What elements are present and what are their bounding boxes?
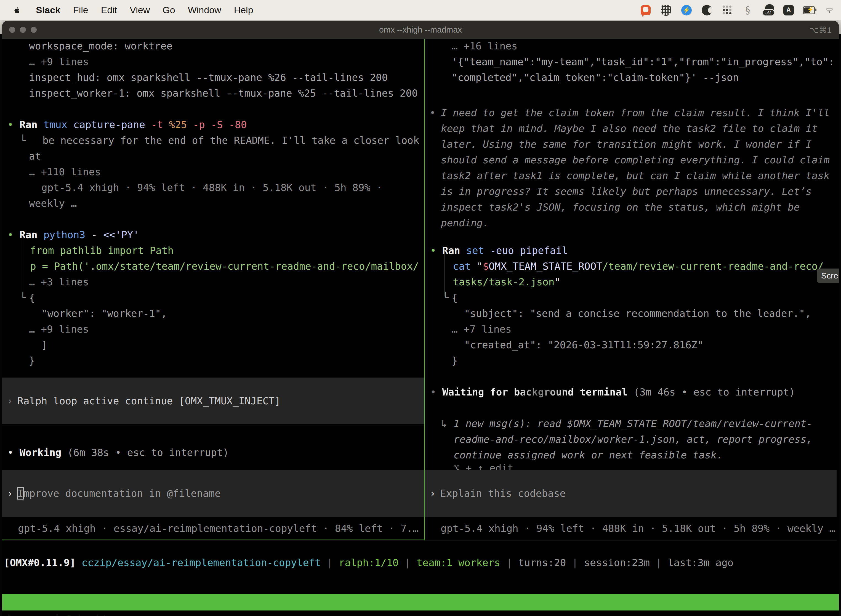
- command-flags: -p -S -80: [193, 119, 247, 130]
- output-line: weekly …: [29, 195, 77, 211]
- menu-window[interactable]: Window: [188, 5, 221, 15]
- bullet-icon: •: [429, 105, 436, 120]
- omx-session-time: session:23m: [584, 557, 649, 568]
- menu-view[interactable]: View: [130, 5, 150, 15]
- menu-help[interactable]: Help: [234, 5, 253, 15]
- menu-edit[interactable]: Edit: [101, 5, 117, 15]
- menu-file[interactable]: File: [73, 5, 88, 15]
- command-program: set: [466, 245, 490, 256]
- log-line: workspace_mode: worktree: [29, 38, 173, 54]
- chat-input-left[interactable]: › Improve documentation in @filename: [2, 470, 424, 517]
- ran-label: Ran: [20, 119, 44, 130]
- output-line: at: [29, 148, 41, 164]
- working-meta: (6m 38s • esc to interrupt): [67, 447, 229, 458]
- collapsed-lines-indicator[interactable]: … +9 lines: [29, 321, 89, 337]
- menu-bar: Slack File Edit View Go Window Help ⚡ § …: [0, 0, 841, 20]
- prompt-chevron-icon: ›: [7, 485, 13, 501]
- thinking-line: task2 after task1 is complete, but can I…: [441, 168, 830, 183]
- screen: Slack File Edit View Go Window Help ⚡ § …: [0, 0, 841, 616]
- collapsed-lines-indicator[interactable]: … +9 lines: [29, 54, 89, 70]
- mailbox-arrow-icon: ↳: [441, 416, 447, 431]
- bullet-icon: •: [430, 386, 436, 398]
- pane-divider[interactable]: [424, 39, 425, 540]
- chat-app-icon[interactable]: [640, 4, 652, 16]
- input-placeholder[interactable]: Improve documentation in @filename: [18, 485, 221, 501]
- log-line: inspect_hud: omx sparkshell --tmux-pane …: [29, 70, 388, 85]
- omx-turns: turns:20: [518, 557, 566, 568]
- shield-grid-icon[interactable]: [660, 4, 672, 16]
- apple-icon[interactable]: [11, 4, 23, 16]
- log-line: "completed","claim_token":"claim-token"}…: [452, 70, 738, 85]
- keyboard-a-icon[interactable]: A: [782, 4, 795, 16]
- output-brace: {: [29, 290, 35, 305]
- battery-icon[interactable]: ⚡: [803, 4, 815, 16]
- window-title: omx --xhigh --madmax: [379, 25, 462, 35]
- terminal-window: omx --xhigh --madmax ⌥⌘1 workspace_mode:…: [2, 21, 839, 616]
- path-segment: /team/review-current-readme-and-reco/: [602, 261, 823, 272]
- waiting-status: •Waiting for background terminal (3m 46s…: [430, 384, 795, 400]
- output-line: gpt-5.4 xhigh · 94% left · 488K in · 5.1…: [41, 180, 382, 195]
- command-subcommand: capture-pane: [73, 119, 151, 130]
- window-title-bar[interactable]: omx --xhigh --madmax ⌥⌘1: [2, 21, 839, 39]
- minimize-button[interactable]: [20, 27, 26, 33]
- command-dash: -: [91, 229, 103, 241]
- command-output-guide-line: [22, 233, 22, 297]
- left-pane-border: [2, 540, 425, 540]
- inject-message-bar[interactable]: › Ralph loop active continue [OMX_TMUX_I…: [2, 378, 424, 424]
- collapsed-lines-indicator[interactable]: … +110 lines: [29, 164, 101, 180]
- badge-61-icon[interactable]: ..61: [762, 4, 774, 16]
- tmux-session-window[interactable]: [omx-cczip0:bash*: [6, 610, 108, 616]
- command-flag: -t: [151, 119, 169, 130]
- thinking-line: pending.: [441, 215, 489, 231]
- prompt-chevron-icon: ›: [7, 393, 13, 409]
- collapsed-lines-indicator[interactable]: … +3 lines: [29, 274, 89, 290]
- omx-team-workers: team:1 workers: [417, 557, 500, 568]
- waiting-meta: (3m 46s • esc to interrupt): [633, 386, 795, 398]
- chat-input-right[interactable]: › Explain this codebase: [425, 470, 837, 517]
- log-line: inspect_worker-1: omx sparkshell --tmux-…: [29, 85, 418, 101]
- wifi-icon[interactable]: [823, 4, 835, 16]
- bullet-icon: •: [7, 447, 13, 458]
- output-line: "subject": "send a concise recommendatio…: [464, 305, 811, 321]
- omx-project: cczip/essay/ai-reimplementation-copyleft: [82, 557, 321, 568]
- zoom-button[interactable]: [31, 27, 37, 33]
- thinking-line: should send a message before completing …: [441, 152, 830, 168]
- output-corner: └: [20, 290, 26, 305]
- menu-go[interactable]: Go: [163, 5, 175, 15]
- dots-grid-icon[interactable]: [721, 4, 733, 16]
- input-placeholder[interactable]: Explain this codebase: [440, 485, 566, 501]
- bullet-icon: •: [7, 119, 13, 130]
- dollar-sign: $: [483, 261, 489, 272]
- text-cursor: I: [18, 488, 23, 499]
- close-button[interactable]: [9, 27, 15, 33]
- bullet-icon: •: [7, 229, 13, 241]
- waiting-label: Waiting for background terminal: [442, 386, 634, 398]
- omx-version: [OMX#0.11.9]: [4, 557, 82, 568]
- mailbox-line: 1 new msg(s): read $OMX_TEAM_STATE_ROOT/…: [454, 416, 812, 431]
- crescent-icon[interactable]: [701, 4, 713, 16]
- collapsed-lines-indicator[interactable]: … +16 lines: [452, 38, 517, 54]
- code-line: cat "$OMX_TEAM_STATE_ROOT/team/review-cu…: [453, 258, 823, 274]
- cat-command: cat: [453, 261, 477, 272]
- squiggle-icon[interactable]: §: [742, 4, 754, 16]
- menu-bar-left: Slack File Edit View Go Window Help: [0, 4, 253, 16]
- output-line: "worker": "worker-1",: [41, 305, 167, 321]
- code-line: from pathlib import Path: [30, 243, 174, 258]
- output-brace: }: [452, 353, 458, 368]
- thinking-line: inspect task2's JSON, focusing on the st…: [441, 199, 800, 215]
- mailbox-line: readme-and-reco/mailbox/worker-1.json, a…: [454, 431, 812, 447]
- ran-command-python: •Ran python3 - <<'PY': [7, 227, 139, 243]
- tmux-status-bar: [omx-cczip0:bash* "MacBook-Pro-44.local"…: [2, 594, 839, 610]
- terminal-content[interactable]: workspace_mode: worktree … +9 lines insp…: [2, 39, 839, 616]
- collapsed-lines-indicator[interactable]: … +7 lines: [452, 321, 511, 337]
- ran-command-set: •Ran set -euo pipefail: [430, 243, 568, 258]
- command-program: python3: [43, 229, 91, 241]
- log-line: '{"team_name":"my-team","task_id":"1","f…: [452, 54, 834, 70]
- output-brace: {: [452, 290, 458, 305]
- command-output-guide-line: [444, 249, 445, 296]
- output-corner: └: [442, 290, 448, 305]
- ran-label: Ran: [442, 245, 466, 256]
- menu-app-name[interactable]: Slack: [36, 5, 60, 15]
- bolt-circle-icon[interactable]: ⚡: [680, 4, 693, 16]
- command-pane-id: %25: [169, 119, 193, 130]
